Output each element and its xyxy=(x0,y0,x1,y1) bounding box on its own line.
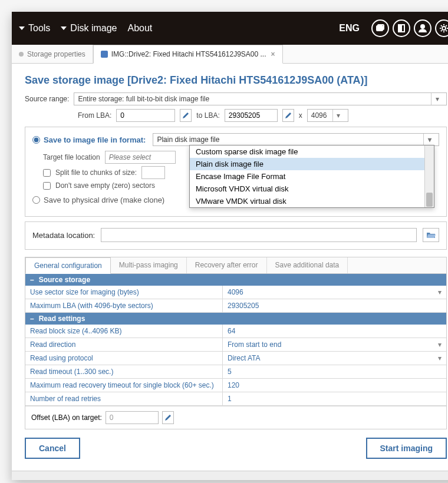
tab-additional[interactable]: Save additional data xyxy=(267,257,348,273)
format-option[interactable]: Microsoft VHDX virtual disk xyxy=(190,183,434,195)
chevron-down-icon xyxy=(19,27,25,30)
from-lba-input[interactable] xyxy=(116,109,175,122)
tab-overflow-button[interactable]: ☰ xyxy=(443,45,448,63)
tab-storage-properties[interactable]: Storage properties xyxy=(12,45,93,63)
x-label: x xyxy=(299,111,302,120)
prop-value[interactable]: 5 xyxy=(223,365,446,378)
user-icon xyxy=(418,24,427,33)
prop-value[interactable]: 29305205 xyxy=(223,299,446,312)
tab-label: IMG::Drive2: Fixed Hitachi HTS541612J9SA… xyxy=(111,50,266,58)
menu-tools[interactable]: Tools xyxy=(19,23,50,34)
save-to-drive-label: Save to physical drive (make clone) xyxy=(44,196,164,204)
property-grid: –Source storage Use sector size for imag… xyxy=(25,274,446,406)
config-tabs: General configuration Multi-pass imaging… xyxy=(25,257,447,429)
group-label: Read settings xyxy=(39,315,85,323)
metadata-path-input[interactable] xyxy=(101,228,417,242)
format-option[interactable]: Plain disk image file xyxy=(190,158,434,170)
format-option[interactable]: Custom sparse disk image file xyxy=(190,145,434,158)
prop-key: Maximum read recovery timeout for single… xyxy=(25,379,223,392)
split-file-checkbox[interactable] xyxy=(43,169,51,177)
disk-icon xyxy=(101,51,108,58)
dot-icon xyxy=(19,52,24,57)
tab-general-config[interactable]: General configuration xyxy=(25,257,111,274)
image-format-value: Plain disk image file xyxy=(157,135,423,144)
split-size-input[interactable] xyxy=(141,166,165,179)
close-icon[interactable]: × xyxy=(271,50,275,58)
format-option[interactable]: Encase Image File Format xyxy=(190,170,434,183)
to-lba-label: to LBA: xyxy=(196,111,219,120)
chevron-down-icon: ▾ xyxy=(332,110,344,121)
chevron-down-icon: ▾ xyxy=(423,134,435,145)
tab-multipass[interactable]: Multi-pass imaging xyxy=(111,257,187,273)
cancel-button[interactable]: Cancel xyxy=(25,438,80,459)
group-read-settings[interactable]: –Read settings xyxy=(25,313,446,325)
source-range-combo[interactable]: Entire storage: full bit-to-bit disk ima… xyxy=(74,92,447,105)
window-icon-button[interactable] xyxy=(371,19,389,37)
split-file-label: Split file to chunks of size: xyxy=(55,168,137,177)
source-range-value: Entire storage: full bit-to-bit disk ima… xyxy=(78,95,431,103)
prop-key: Read using protocol xyxy=(25,352,223,365)
collapse-icon: – xyxy=(30,315,34,323)
browse-metadata-button[interactable] xyxy=(423,228,439,242)
menu-disk-image[interactable]: Disk image xyxy=(61,23,117,34)
prop-value[interactable]: 1 xyxy=(223,392,446,405)
target-location-label: Target file location xyxy=(43,153,100,161)
svg-point-5 xyxy=(442,27,446,30)
edit-to-lba-button[interactable] xyxy=(282,109,294,122)
format-option[interactable]: VMware VMDK virtual disk xyxy=(190,195,434,207)
prop-key: Read direction xyxy=(25,338,223,351)
chevron-down-icon: ▾ xyxy=(438,340,442,349)
tab-img-drive2[interactable]: IMG::Drive2: Fixed Hitachi HTS541612J9SA… xyxy=(93,45,283,64)
offset-input xyxy=(106,411,159,424)
edit-from-lba-button[interactable] xyxy=(180,109,192,122)
skip-empty-checkbox[interactable] xyxy=(43,182,51,190)
chevron-down-icon: ▾ xyxy=(431,93,443,105)
metadata-label: Metadata location: xyxy=(32,231,95,240)
prop-key: Use sector size for imaging (bytes) xyxy=(25,286,223,299)
settings-icon-button[interactable] xyxy=(435,19,448,37)
gear-icon xyxy=(439,24,448,33)
pencil-icon xyxy=(285,112,292,119)
offset-label: Offset (LBA) on target: xyxy=(31,413,102,422)
folder-open-icon xyxy=(426,231,436,239)
image-format-combo[interactable]: Plain disk image file ▾ xyxy=(153,133,439,146)
top-toolbar: Tools Disk image About ENG xyxy=(12,12,448,45)
start-imaging-button[interactable]: Start imaging xyxy=(366,438,447,459)
menu-disk-image-label: Disk image xyxy=(70,23,117,34)
horizontal-scrollbar[interactable] xyxy=(12,471,448,480)
edit-offset-button[interactable] xyxy=(162,411,174,424)
prop-value[interactable]: Direct ATA▾ xyxy=(223,352,446,365)
book-icon-button[interactable] xyxy=(393,19,410,37)
svg-point-4 xyxy=(421,25,424,28)
tab-recovery[interactable]: Recovery after error xyxy=(187,257,267,273)
prop-value[interactable]: From start to end▾ xyxy=(223,338,446,351)
save-to-drive-radio[interactable] xyxy=(32,196,40,204)
user-icon-button[interactable] xyxy=(414,19,431,37)
language-button[interactable]: ENG xyxy=(339,23,360,34)
prop-key: Number of read retries xyxy=(25,392,223,405)
prop-key: Read block size (4..4096 KB) xyxy=(25,325,223,338)
prop-value[interactable]: 64 xyxy=(223,325,446,338)
menu-about[interactable]: About xyxy=(128,23,153,34)
chevron-down-icon: ▾ xyxy=(438,354,442,362)
skip-empty-label: Don't save empty (zero) sectors xyxy=(55,181,155,190)
cards-icon xyxy=(375,24,385,33)
prop-value[interactable]: 120 xyxy=(223,379,446,392)
chevron-down-icon: ▾ xyxy=(438,288,442,296)
prop-key: Maximum LBA (with 4096-byte sectors) xyxy=(25,299,223,312)
save-to-file-radio[interactable] xyxy=(32,136,40,144)
to-lba-input[interactable] xyxy=(225,109,278,122)
group-source-storage[interactable]: –Source storage xyxy=(25,274,446,286)
book-icon xyxy=(397,24,406,33)
dropdown-scrollbar[interactable] xyxy=(424,145,434,207)
collapse-icon: – xyxy=(30,276,34,284)
prop-value[interactable]: 4096▾ xyxy=(223,286,446,299)
source-range-label: Source range: xyxy=(25,95,69,103)
chevron-down-icon xyxy=(61,27,67,30)
save-options-panel: Save to image file in format: Plain disk… xyxy=(25,127,447,217)
target-location-input[interactable] xyxy=(105,151,176,164)
save-to-file-label: Save to image file in format: xyxy=(44,135,146,144)
sector-mult-combo[interactable]: 4096 ▾ xyxy=(307,109,348,122)
tab-strip: Storage properties IMG::Drive2: Fixed Hi… xyxy=(12,45,448,64)
prop-key: Read timeout (1..300 sec.) xyxy=(25,365,223,378)
